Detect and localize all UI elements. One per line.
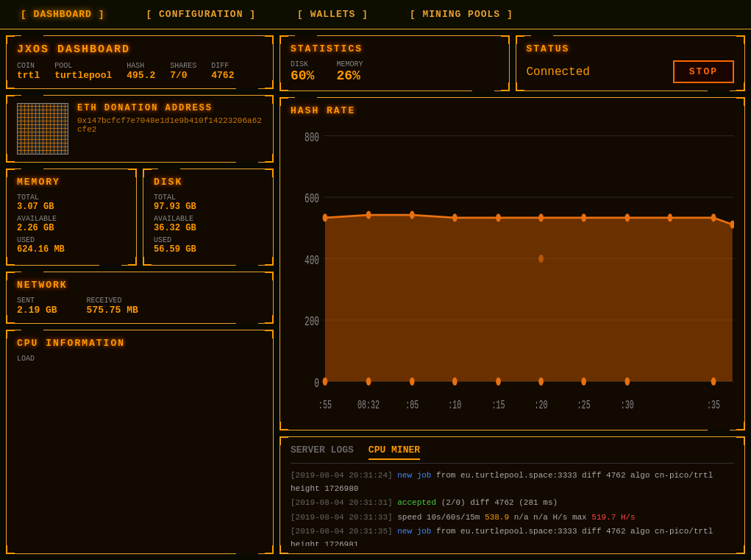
memory-panel: MEMORY TOTAL 3.07 GB AVAILABLE 2.26 GB U…: [6, 169, 137, 266]
svg-text::20: :20: [535, 399, 548, 412]
mem-total-value: 3.07 GB: [17, 202, 126, 212]
svg-marker-10: [325, 215, 733, 381]
disk-available-value: 36.32 GB: [154, 223, 263, 233]
sent-value: 2.19 GB: [17, 305, 57, 316]
coin-value: trtl: [17, 70, 40, 81]
svg-text:200: 200: [305, 314, 319, 330]
disk-total-label: TOTAL: [154, 194, 263, 202]
disk-panel: DISK TOTAL 97.93 GB AVAILABLE 36.32 GB U…: [143, 169, 274, 266]
dashboard-stats: COIN trtl POOL turtlepool HASH 495.2 SHA…: [17, 62, 263, 81]
eth-title: ETH DONATION ADDRESS: [77, 103, 263, 113]
nav-item-wallets[interactable]: WALLETS: [291, 6, 374, 23]
logs-tabs: SERVER LOGS CPU MINER: [291, 444, 734, 464]
top-right-row: STATISTICS DISK 60% MEMORY 26% STATUS: [280, 35, 745, 91]
svg-point-30: [711, 378, 716, 386]
svg-point-19: [668, 213, 673, 221]
statistics-title: STATISTICS: [291, 43, 499, 54]
disk-used-value: 56.59 GB: [154, 244, 263, 255]
log-speed-3: 538.9: [485, 513, 509, 522]
svg-point-26: [496, 378, 501, 386]
disk-total-value: 97.93 GB: [154, 202, 263, 212]
mem-available-label: AVAILABLE: [17, 215, 126, 223]
stop-button[interactable]: STOP: [673, 60, 734, 83]
svg-text:800: 800: [305, 130, 319, 146]
shares-value: 7/0: [170, 70, 196, 81]
svg-text::35: :35: [707, 399, 720, 412]
right-column: STATISTICS DISK 60% MEMORY 26% STATUS: [280, 29, 751, 560]
received-label: RECEIVED: [87, 297, 138, 305]
statistics-panel: STATISTICS DISK 60% MEMORY 26%: [280, 35, 510, 91]
svg-point-24: [410, 378, 415, 386]
svg-point-22: [323, 378, 328, 386]
svg-text:08:32: 08:32: [357, 399, 380, 412]
log-ts-1: [2019-08-04 20:31:24]: [291, 471, 393, 480]
disk-title: DISK: [154, 177, 263, 188]
pool-label: POOL: [54, 62, 112, 70]
shares-label: SHARES: [170, 62, 196, 70]
log-text-2: (2/0) diff 4762 (281 ms): [441, 498, 558, 507]
hash-rate-chart: 800 600 400 200 0: [291, 122, 734, 422]
svg-point-12: [366, 211, 371, 219]
svg-text::05: :05: [405, 399, 419, 412]
svg-point-15: [496, 213, 501, 221]
svg-point-27: [538, 378, 544, 386]
memory-title: MEMORY: [17, 177, 126, 188]
log-entry-2: [2019-08-04 20:31:31] accepted (2/0) dif…: [291, 497, 734, 510]
log-content[interactable]: [2019-08-04 20:31:24] new job from eu.tu…: [291, 469, 734, 546]
eth-address: 0x147bcfcf7e7048e1d1e9b410f14223206a62cf…: [77, 116, 263, 134]
svg-point-11: [323, 213, 328, 221]
hash-label: HASH: [127, 62, 155, 70]
left-column: JXOS DASHBOARD COIN trtl POOL turtlepool…: [0, 29, 280, 560]
log-newjob-4: new job: [397, 527, 431, 536]
cpu-title: CPU INFORMATION: [17, 338, 263, 349]
received-value: 575.75 MB: [87, 305, 138, 316]
log-entry-3: [2019-08-04 20:31:33] speed 10s/60s/15m …: [291, 511, 734, 525]
mem-used-value: 624.16 MB: [17, 244, 126, 255]
diff-label: DIFF: [211, 62, 234, 70]
network-title: NETWORK: [17, 280, 263, 291]
tab-server-logs[interactable]: SERVER LOGS: [291, 444, 354, 460]
svg-point-31: [538, 255, 544, 263]
svg-text::30: :30: [621, 399, 634, 412]
disk-stat-value: 60%: [291, 68, 314, 83]
svg-point-25: [452, 378, 458, 386]
log-entry-1: [2019-08-04 20:31:24] new job from eu.tu…: [291, 469, 734, 495]
mem-total-label: TOTAL: [17, 194, 126, 202]
jxos-dashboard-panel: JXOS DASHBOARD COIN trtl POOL turtlepool…: [6, 35, 274, 89]
svg-point-16: [538, 213, 544, 221]
svg-point-18: [624, 213, 630, 221]
status-title: STATUS: [527, 43, 735, 54]
nav-item-configuration[interactable]: CONFIGURATION: [140, 6, 262, 23]
main-content: JXOS DASHBOARD COIN trtl POOL turtlepool…: [0, 29, 751, 560]
nav-bar: DASHBOARD CONFIGURATION WALLETS MINING P…: [0, 0, 751, 29]
log-ts-4: [2019-08-04 20:31:35]: [291, 527, 393, 536]
qr-code: [17, 103, 68, 155]
hash-value: 495.2: [127, 70, 155, 81]
log-newjob-1: new job: [397, 471, 431, 480]
svg-text::55: :55: [318, 399, 332, 412]
diff-value: 4762: [211, 70, 234, 81]
hash-rate-title: HASH RATE: [291, 105, 734, 116]
network-panel: NETWORK SENT 2.19 GB RECEIVED 575.75 MB: [6, 272, 274, 324]
disk-stat-label: DISK: [291, 60, 314, 68]
svg-point-14: [452, 213, 458, 221]
log-entry-4: [2019-08-04 20:31:35] new job from eu.tu…: [291, 525, 734, 546]
jxos-title: JXOS DASHBOARD: [17, 43, 263, 56]
tab-cpu-miner[interactable]: CPU MINER: [369, 444, 420, 460]
svg-text:600: 600: [305, 191, 319, 208]
status-value: Connected: [527, 65, 590, 79]
svg-text:400: 400: [305, 252, 319, 269]
nav-item-mining-pools[interactable]: MINING POOLS: [404, 6, 519, 23]
svg-point-20: [711, 213, 716, 221]
nav-item-dashboard[interactable]: DASHBOARD: [15, 6, 110, 23]
logs-panel: SERVER LOGS CPU MINER [2019-08-04 20:31:…: [280, 436, 745, 554]
svg-text::15: :15: [491, 399, 505, 412]
svg-point-17: [581, 213, 586, 221]
mem-available-value: 2.26 GB: [17, 223, 126, 233]
log-max-3: 519.7 H/s: [591, 513, 635, 522]
coin-label: COIN: [17, 62, 40, 70]
svg-point-29: [624, 378, 630, 386]
disk-used-label: USED: [154, 236, 263, 244]
eth-donation-panel: ETH DONATION ADDRESS 0x147bcfcf7e7048e1d…: [6, 95, 274, 163]
svg-point-28: [581, 378, 586, 386]
